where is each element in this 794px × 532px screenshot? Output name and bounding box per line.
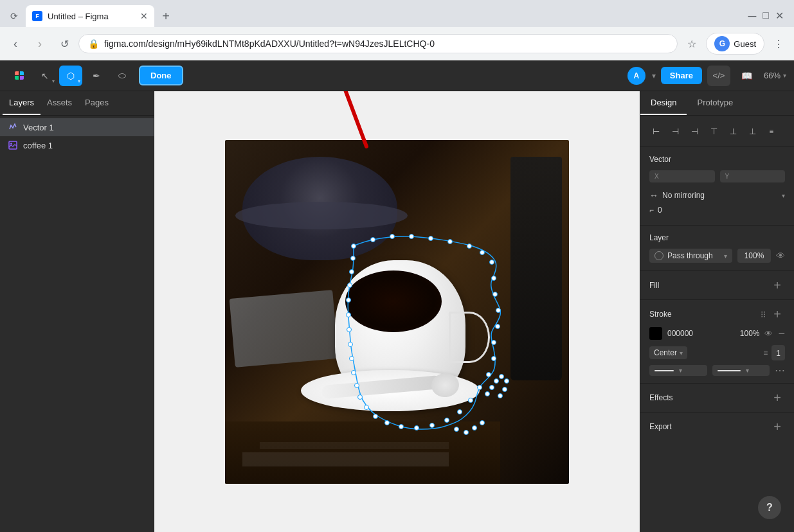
done-button[interactable]: Done bbox=[139, 66, 183, 85]
right-panel-tabs: Design Prototype bbox=[640, 91, 794, 116]
profile-btn[interactable]: ⟳ bbox=[5, 7, 23, 25]
align-center-h-btn[interactable]: ⊣ bbox=[666, 122, 684, 140]
add-fill-btn[interactable]: + bbox=[770, 278, 785, 293]
close-tab-icon[interactable]: ✕ bbox=[140, 11, 148, 21]
canvas-frame bbox=[225, 140, 569, 484]
add-export-btn[interactable]: + bbox=[770, 419, 785, 434]
tab-pages[interactable]: Pages bbox=[78, 91, 115, 115]
stroke-style-row: ▾ ▾ ⋯ bbox=[649, 364, 785, 377]
stroke-end-selector[interactable]: ▾ bbox=[712, 365, 770, 376]
help-btn[interactable]: ? bbox=[758, 496, 781, 519]
corner-value: 0 bbox=[658, 206, 662, 215]
stroke-dash-selector[interactable]: ▾ bbox=[649, 365, 707, 376]
distribute-btn[interactable]: ≡ bbox=[762, 122, 780, 140]
back-btn[interactable]: ‹ bbox=[5, 33, 26, 54]
tab-bar: ⟳ F Untitled – Figma ✕ + ─ □ ✕ bbox=[0, 0, 794, 27]
layer-list: Vector 1 coffee 1 bbox=[0, 116, 154, 532]
url-text: figma.com/design/mHy69ikdLNTMt8pKdADXXU/… bbox=[104, 39, 668, 49]
effects-section: Effects + bbox=[640, 384, 794, 412]
coffee-layer-name: coffee 1 bbox=[23, 141, 53, 150]
stroke-item: 000000 100% 👁 − bbox=[649, 327, 785, 340]
edit-tool-btn[interactable]: ⬡ ▾ bbox=[59, 66, 82, 86]
bookmark-btn[interactable]: ☆ bbox=[681, 33, 702, 54]
svg-line-50 bbox=[328, 91, 366, 146]
stroke-color-swatch[interactable] bbox=[649, 327, 662, 340]
export-title: Export bbox=[649, 422, 672, 431]
layer-item-vector[interactable]: Vector 1 bbox=[0, 118, 154, 136]
stroke-more-options-btn[interactable]: ⁝⁝ bbox=[761, 309, 766, 319]
fill-section: Fill + bbox=[640, 271, 794, 300]
align-bottom-btn[interactable]: ⊥ bbox=[743, 122, 761, 140]
opacity-field[interactable]: 100% bbox=[737, 249, 771, 263]
user-avatar-btn[interactable]: A bbox=[627, 67, 645, 85]
corner-icon: ⌐ bbox=[649, 206, 654, 215]
maximize-btn[interactable]: □ bbox=[762, 10, 769, 23]
guest-btn[interactable]: G Guest bbox=[706, 33, 764, 55]
fill-title: Fill bbox=[649, 281, 659, 290]
minimize-btn[interactable]: ─ bbox=[748, 10, 757, 23]
present-btn[interactable]: 📖 bbox=[735, 66, 759, 86]
shape-tool-btn[interactable]: ⬭ bbox=[111, 66, 134, 86]
close-btn[interactable]: ✕ bbox=[775, 10, 784, 23]
add-stroke-btn[interactable]: + bbox=[770, 306, 785, 322]
align-right-btn[interactable]: ⊣ bbox=[685, 122, 703, 140]
lock-icon: 🔒 bbox=[88, 39, 99, 49]
layer-row: Pass through ▾ 100% 👁 bbox=[649, 249, 785, 263]
align-center-v-btn[interactable]: ⊥ bbox=[724, 122, 742, 140]
mirroring-icon: ↔ bbox=[649, 190, 658, 200]
new-tab-btn[interactable]: + bbox=[157, 7, 175, 25]
guest-avatar: G bbox=[714, 36, 730, 51]
layer-section-title: Layer bbox=[649, 233, 785, 242]
stroke-align-selector[interactable]: Center ▾ bbox=[649, 346, 687, 359]
favicon: F bbox=[32, 11, 42, 21]
blend-dropdown-icon: ▾ bbox=[724, 253, 727, 260]
add-effect-btn[interactable]: + bbox=[770, 390, 785, 405]
stroke-visibility-btn[interactable]: 👁 bbox=[764, 329, 773, 339]
blend-mode-selector[interactable]: Pass through ▾ bbox=[649, 249, 732, 263]
address-bar[interactable]: 🔒 figma.com/design/mHy69ikdLNTMt8pKdADXX… bbox=[78, 34, 678, 53]
stroke-advanced-btn[interactable]: ⋯ bbox=[775, 364, 785, 377]
tab-prototype[interactable]: Prototype bbox=[687, 91, 743, 115]
stroke-align-row: Center ▾ ≡ 1 bbox=[649, 345, 785, 360]
code-view-btn[interactable]: </> bbox=[707, 66, 730, 86]
align-top-btn[interactable]: ⊤ bbox=[705, 122, 723, 140]
stroke-weight-field[interactable]: 1 bbox=[771, 345, 785, 360]
layer-visibility-btn[interactable]: 👁 bbox=[776, 251, 785, 261]
stroke-section: Stroke ⁝⁝ + 000000 100% 👁 − bbox=[640, 300, 794, 384]
move-tool-btn[interactable]: ↖ ▾ bbox=[33, 66, 57, 86]
tab-title: Untitled – Figma bbox=[48, 12, 135, 21]
menu-btn[interactable]: ⋮ bbox=[768, 33, 789, 54]
stroke-color-hex[interactable]: 000000 bbox=[667, 329, 735, 338]
browser-tab[interactable]: F Untitled – Figma ✕ bbox=[26, 5, 154, 27]
corner-row[interactable]: ⌐ 0 bbox=[649, 203, 785, 217]
stroke-opacity[interactable]: 100% bbox=[740, 329, 760, 338]
y-field[interactable]: Y bbox=[720, 170, 786, 182]
mirroring-row[interactable]: ↔ No mirroring ▾ bbox=[649, 188, 785, 203]
export-section: Export + bbox=[640, 412, 794, 441]
svg-point-1 bbox=[10, 143, 12, 145]
vector-section: Vector X Y ↔ No mirroring ▾ bbox=[640, 147, 794, 226]
canvas-area[interactable] bbox=[154, 91, 640, 532]
zoom-control[interactable]: 66% ▾ bbox=[764, 71, 786, 80]
remove-stroke-btn[interactable]: − bbox=[778, 328, 785, 339]
zoom-label: 66% bbox=[764, 71, 780, 80]
blend-mode-label: Pass through bbox=[667, 251, 713, 260]
tab-assets[interactable]: Assets bbox=[41, 91, 78, 115]
reload-btn[interactable]: ↺ bbox=[54, 33, 75, 54]
forward-btn[interactable]: › bbox=[30, 33, 50, 54]
figma-toolbar: ↖ ▾ ⬡ ▾ ✒ ⬭ Done A ▾ Share </> 📖 66% ▾ bbox=[0, 60, 794, 91]
stroke-align-label: Center bbox=[654, 348, 677, 357]
right-panel: Design Prototype ⊢ ⊣ ⊣ ⊤ ⊥ ⊥ ≡ bbox=[640, 91, 794, 532]
x-field[interactable]: X bbox=[649, 170, 715, 182]
share-btn[interactable]: Share bbox=[661, 67, 702, 84]
align-left-btn[interactable]: ⊢ bbox=[647, 122, 665, 140]
tab-design[interactable]: Design bbox=[640, 91, 687, 115]
layer-panel-section: Layer Pass through ▾ 100% 👁 bbox=[640, 226, 794, 271]
align-section: ⊢ ⊣ ⊣ ⊤ ⊥ ⊥ ≡ bbox=[640, 116, 794, 147]
figma-menu-btn[interactable] bbox=[8, 66, 31, 86]
browser-chrome: ⟳ F Untitled – Figma ✕ + ─ □ ✕ ‹ › ↺ 🔒 f… bbox=[0, 0, 794, 60]
vector-title: Vector bbox=[649, 155, 785, 164]
pen-tool-btn[interactable]: ✒ bbox=[85, 66, 108, 86]
tab-layers[interactable]: Layers bbox=[3, 91, 41, 115]
layer-item-coffee[interactable]: coffee 1 bbox=[0, 136, 154, 154]
